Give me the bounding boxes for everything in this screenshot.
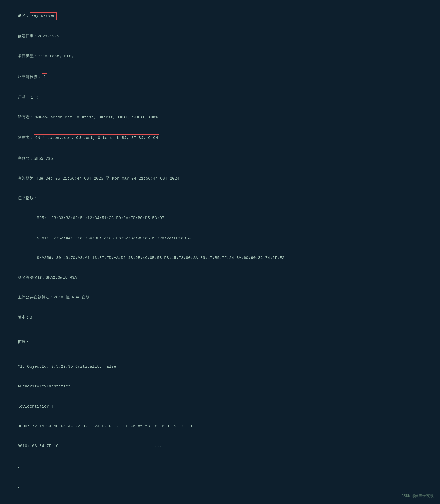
cert1-header-text: 证书 [1]： [18,95,39,100]
owner1-text: 所有者：CN=www.acton.com, OU=test, O=test, L… [18,115,159,120]
entry-type-line: 条目类型：PrivateKeyEntry [8,47,432,67]
gap2 [8,352,432,357]
sha1-1-text: SHA1: 97:C2:44:18:8F:B0:DE:13:CB:F8:C2:3… [18,236,193,241]
ext1-hex1-line: 0010: 03 E4 7F 1C .... [8,436,432,456]
chain-length-value: 2 [42,73,47,82]
version1-line: 版本：3 [8,308,432,328]
alias-value: key_server [30,12,57,20]
entry-type-text: 条目类型：PrivateKeyEntry [18,54,74,59]
ext1-keyid-text: KeyIdentifier [ [18,404,54,409]
create-date-text: 创建日期：2023-12-5 [18,34,59,39]
owner1-line: 所有者：CN=www.acton.com, OU=test, O=test, L… [8,108,432,127]
version1-text: 版本：3 [18,315,32,320]
ext1-close2-line: ] [8,476,432,496]
sigalg1-text: 签名算法名称：SHA256withRSA [18,276,77,280]
sha1-1-line: SHA1: 97:C2:44:18:8F:B0:DE:13:CB:F8:C2:3… [8,228,432,248]
ext1-keyid-line: KeyIdentifier [ [8,397,432,417]
sigalg1-line: 签名算法名称：SHA256withRSA [8,268,432,288]
ext1-hex0-line: 0000: 72 15 C4 50 F4 4F F2 02 24 E2 FE 2… [8,417,432,436]
ext1-authkey-line: AuthorityKeyIdentifier [ [8,377,432,397]
pubkey1-text: 主体公共密钥算法：2048 位 RSA 密钥 [18,295,90,300]
alias-line: 别名：key_server [8,5,432,27]
issuer1-value: CN=*.acton..com, OU=test, O=test, L=BJ, … [34,134,159,142]
cert1-header-line: 证书 [1]： [8,88,432,108]
ext1-hex1-text: 0010: 03 E4 7F 1C .... [18,444,164,448]
issuer1-line: 发布者：CN=*.acton..com, OU=test, O=test, L=… [8,128,432,149]
ext1-obj1-text: #1: ObjectId: 2.5.29.35 Criticality=fals… [18,365,116,369]
issuer1-label: 发布者： [18,136,34,140]
alias-label: 别名： [18,14,30,18]
watermark-text: CSDN @吴声子夜歌 [402,494,434,498]
ext1-close1-text: ] [18,464,20,468]
pubkey1-line: 主体公共密钥算法：2048 位 RSA 密钥 [8,288,432,308]
chain-length-line: 证书链长度：2 [8,67,432,88]
serial1-line: 序列号：5855b795 [8,149,432,169]
gap1 [8,328,432,332]
chain-length-label: 证书链长度： [18,75,42,79]
sha256-1-text: SHA256: 30:49:7C:A3:A1:13:87:FD:AA:D5:4B… [18,256,284,260]
ext1-header-line: 扩展： [8,332,432,352]
sha256-1-line: SHA256: 30:49:7C:A3:A1:13:87:FD:AA:D5:4B… [8,248,432,268]
md5-1-line: MD5: 93:33:33:62:51:12:34:51:2C:F0:EA:FC… [8,209,432,228]
ext2-obj1-line: #2: ObjectId: 2.5.29.14 Criticality=fals… [8,501,432,504]
ext1-close1-line: ] [8,456,432,476]
gap3 [8,496,432,501]
ext1-obj1-line: #1: ObjectId: 2.5.29.35 Criticality=fals… [8,357,432,377]
create-date-line: 创建日期：2023-12-5 [8,27,432,46]
watermark: CSDN @吴声子夜歌 [402,493,434,499]
ext1-hex0-text: 0000: 72 15 C4 50 F4 4F F2 02 24 E2 FE 2… [18,424,193,429]
fingerprint1-header-text: 证书指纹： [18,196,38,201]
validity1-text: 有效期为 Tue Dec 05 21:56:44 CST 2023 至 Mon … [18,176,179,181]
content-area: 别名：key_server 创建日期：2023-12-5 条目类型：Privat… [8,5,432,504]
ext1-authkey-text: AuthorityKeyIdentifier [ [18,384,75,389]
ext1-header-text: 扩展： [18,340,30,344]
serial1-text: 序列号：5855b795 [18,157,53,161]
validity1-line: 有效期为 Tue Dec 05 21:56:44 CST 2023 至 Mon … [8,169,432,189]
ext1-close2-text: ] [18,484,20,488]
fingerprint1-header-line: 证书指纹： [8,189,432,208]
md5-1-text: MD5: 93:33:33:62:51:12:34:51:2C:F0:EA:FC… [18,216,164,220]
